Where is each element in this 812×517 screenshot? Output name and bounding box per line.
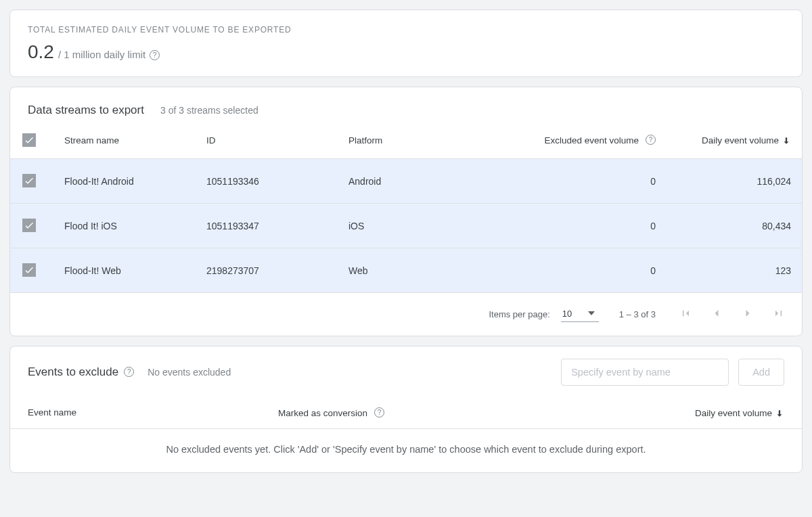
row-checkbox[interactable] [22,263,36,277]
table-row[interactable]: Flood It! iOS 1051193347 iOS 0 80,434 [10,204,802,248]
sort-desc-icon [775,409,784,420]
events-card: Events to exclude ? No events excluded S… [9,346,803,473]
specify-event-input[interactable]: Specify event by name [561,359,729,386]
select-all-checkbox[interactable] [22,133,36,147]
volume-limit: / 1 million daily limit [58,49,145,60]
cell-stream-name: Flood-It! Android [64,176,206,187]
streams-title: Data streams to export [28,104,144,117]
paginator: Items per page: 10 1 – 3 of 3 [10,293,802,336]
prev-page-button[interactable] [707,304,726,325]
col-excluded-volume-label: Excluded event volume [544,135,639,145]
streams-table-header: Stream name ID Platform Excluded event v… [10,122,802,159]
check-icon [24,265,35,275]
cell-stream-name: Flood It! iOS [64,221,206,231]
volume-value-row: 0.2 / 1 million daily limit ? [28,41,784,63]
sort-desc-icon [782,136,791,148]
check-icon [24,135,35,145]
col-daily-volume-label: Daily event volume [695,408,772,418]
items-per-page-label: Items per page: [489,309,549,319]
first-page-button[interactable] [676,304,695,325]
range-label: 1 – 3 of 3 [619,309,656,319]
col-excluded-volume[interactable]: Excluded event volume ? [464,135,656,145]
cell-id: 1051193346 [206,176,348,187]
items-per-page-value: 10 [562,309,572,319]
streams-card: Data streams to export 3 of 3 streams se… [9,87,803,336]
cell-platform: Web [348,265,464,276]
help-icon[interactable]: ? [646,135,656,145]
events-table-header: Event name Marked as conversion ? Daily … [10,398,802,429]
streams-table: Stream name ID Platform Excluded event v… [10,122,802,336]
streams-subtitle: 3 of 3 streams selected [160,105,258,116]
volume-label: TOTAL ESTIMATED DAILY EVENT VOLUME TO BE… [28,25,784,35]
events-subtitle: No events excluded [148,367,231,378]
help-icon[interactable]: ? [124,367,134,377]
cell-excluded: 0 [464,221,656,231]
check-icon [24,175,35,186]
add-button-label: Add [752,367,770,378]
cell-daily: 123 [656,265,791,276]
select-all-cell [21,133,64,148]
cell-daily: 80,434 [656,221,791,231]
specify-event-placeholder: Specify event by name [571,367,671,378]
cell-stream-name: Flood-It! Web [64,265,206,276]
row-checkbox[interactable] [22,174,36,187]
volume-value: 0.2 [28,41,54,63]
streams-header: Data streams to export 3 of 3 streams se… [10,87,802,122]
cell-daily: 116,024 [656,176,791,187]
events-title: Events to exclude [28,365,118,379]
col-platform[interactable]: Platform [348,135,464,145]
check-icon [24,220,35,231]
cell-platform: Android [348,176,464,187]
col-daily-volume[interactable]: Daily event volume [635,407,784,419]
next-page-button[interactable] [738,304,757,325]
paginator-nav [676,304,788,325]
help-icon[interactable]: ? [374,407,384,418]
help-icon[interactable]: ? [150,50,160,60]
dropdown-icon [588,311,595,315]
volume-card: TOTAL ESTIMATED DAILY EVENT VOLUME TO BE… [9,9,803,77]
col-event-name[interactable]: Event name [28,407,278,419]
cell-excluded: 0 [464,176,656,187]
col-daily-volume[interactable]: Daily event volume [656,135,791,146]
cell-excluded: 0 [464,265,656,276]
col-daily-volume-label: Daily event volume [702,135,779,145]
col-conversion-label: Marked as conversion [278,408,367,418]
col-conversion[interactable]: Marked as conversion ? [278,407,635,419]
add-button[interactable]: Add [738,359,784,386]
events-header: Events to exclude ? No events excluded S… [10,346,802,398]
items-per-page-select[interactable]: 10 [561,307,599,322]
col-stream-name[interactable]: Stream name [64,135,206,145]
table-row[interactable]: Flood-It! Web 2198273707 Web 0 123 [10,248,802,293]
last-page-button[interactable] [769,304,788,325]
items-per-page: Items per page: 10 [489,307,598,322]
table-row[interactable]: Flood-It! Android 1051193346 Android 0 1… [10,159,802,204]
col-id[interactable]: ID [206,135,348,145]
events-empty-message: No excluded events yet. Click 'Add' or '… [10,429,802,472]
cell-platform: iOS [348,221,464,231]
cell-id: 2198273707 [206,265,348,276]
cell-id: 1051193347 [206,221,348,231]
row-checkbox[interactable] [22,219,36,232]
